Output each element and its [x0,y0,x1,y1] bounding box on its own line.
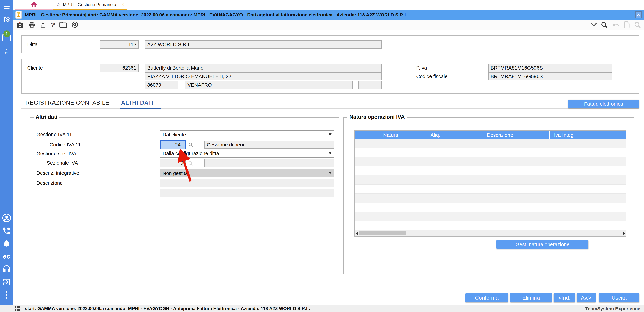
gest-natura-operazione-button[interactable]: Gest. natura operazione [496,240,588,249]
descrizione-field-2[interactable] [160,189,334,197]
column-header-blank [580,131,626,139]
codice-fiscale-field[interactable]: BRTMRA81M16G596S [488,72,612,80]
print-icon[interactable] [28,21,35,28]
undo-icon [612,21,620,29]
column-header-aliq[interactable]: Aliq. [420,131,450,139]
altri-dati-legend: Altri dati [34,114,59,120]
codice-fiscale-label: Codice fiscale [416,72,448,80]
documents-folder-icon[interactable]: 1 [0,32,13,44]
dropdown-arrow-icon [328,152,332,154]
tab-favorite-icon[interactable]: ☆ [56,2,60,8]
notification-badge: 1 [3,30,10,37]
sezionale-input[interactable]: 0 [160,159,186,167]
cliente-cap-field[interactable]: 86079 [145,81,178,89]
main-content: Ditta 113 A2Z WORLD S.R.L. Cliente 62361… [13,30,644,305]
tab-close-icon[interactable]: ✕ [121,2,125,7]
table-row[interactable] [355,176,626,185]
cliente-label: Cliente [27,64,43,72]
zoom-search-icon [634,21,641,29]
phone-contact-icon[interactable] [0,226,13,236]
dropdown-arrow-icon [328,133,332,135]
chevron-down-icon[interactable] [591,23,597,27]
dropdown-arrow-icon [328,172,332,174]
teamsystem-logo-icon: ts [0,13,13,25]
more-options-icon[interactable] [0,290,13,300]
sezionale-label: Sezionale IVA [47,159,78,167]
table-row[interactable] [355,139,626,148]
column-header-natura[interactable]: Natura [361,131,420,139]
table-row[interactable] [355,157,626,167]
main-toolbar: ? [13,20,644,30]
brand-text: TeamSystem Experience [585,306,640,311]
piva-field[interactable]: BRTMRA81M16G596S [488,64,612,72]
home-icon [30,1,38,8]
notifications-bell-icon[interactable] [0,238,13,249]
natura-operazioni-legend: Natura operazioni IVA [347,114,407,120]
table-row[interactable] [355,212,626,221]
gestione-sez-select[interactable]: Dalla configurazione ditta [160,149,334,158]
window-icon [16,11,22,19]
user-profile-icon[interactable] [0,213,13,223]
close-window-button[interactable]: ✕ [635,12,642,19]
gestione-iva-select[interactable]: Dal cliente [160,130,334,139]
tab-registrazione-contabile[interactable]: REGISTRAZIONE CONTABILE [26,99,109,106]
codice-iva-value: 24 [175,142,180,147]
help-icon[interactable]: ? [51,21,55,29]
cliente-city-field[interactable]: VENAFRO [185,81,353,89]
tabs-divider [22,108,640,109]
app-grid-icon[interactable] [15,306,20,311]
descriz-integrative-value: Non gestita [162,171,188,176]
support-headset-icon[interactable] [0,264,13,274]
scrollbar-thumb[interactable] [359,231,406,235]
favorites-star-icon[interactable]: ☆ [0,47,13,56]
cliente-name-field[interactable]: Butterfly di Bertolla Mario [145,64,382,72]
codice-iva-description-field: Cessione di beni [204,140,334,149]
lookup-magnifier-icon[interactable] [188,161,194,166]
table-row[interactable] [355,221,626,230]
descriz-integrative-select[interactable]: Non gestita [160,169,334,178]
table-row[interactable] [355,185,626,194]
cliente-provincia-field[interactable] [358,81,382,89]
window-titlebar: MPRI - Gestione Primanota|start: GAMMA v… [13,10,644,20]
search-in-page-icon[interactable] [72,21,79,29]
scroll-right-icon[interactable] [623,232,625,235]
ditta-name-field[interactable]: A2Z WORLD S.R.L. [145,40,382,49]
text-cursor [181,142,182,148]
tab-altri-dati[interactable]: ALTRI DATI [121,99,154,106]
fattur-elettronica-button[interactable]: Fattur. elettronica [568,100,639,108]
avanti-button[interactable]: Av.> [577,293,596,302]
descrizione-field-1[interactable] [160,179,334,187]
search-icon[interactable] [601,21,608,29]
descriz-integrative-label: Descriz. integrative [36,169,79,177]
cliente-address-field[interactable]: PIAZZA VITTORIO EMANUELE II, 22 [145,72,382,80]
ditta-code-field[interactable]: 113 [100,40,139,49]
home-tab[interactable] [15,0,53,10]
gestione-iva-value: Dal cliente [162,132,186,137]
tab-mpri-gestione-primanota[interactable]: ☆ MPRI - Gestione Primanota ✕ [53,0,128,10]
upload-export-icon[interactable] [40,21,46,28]
descrizione-label: Descrizione [36,179,63,187]
uscita-button[interactable]: Uscita [599,293,639,302]
conferma-button[interactable]: Conferma [466,293,508,302]
cliente-code-field[interactable]: 62361 [100,64,139,72]
column-header-selector [355,131,361,139]
table-row[interactable] [355,203,626,212]
table-row[interactable] [355,167,626,176]
menu-icon[interactable] [0,3,13,10]
gestione-iva-label: Gestione IVA 11 [36,130,72,138]
lookup-magnifier-icon[interactable] [188,142,194,148]
table-row[interactable] [355,148,626,157]
ec-logo-icon[interactable]: ec [0,251,13,261]
codice-iva-input[interactable]: 24 [160,140,186,149]
elimina-button[interactable]: Elimina [510,293,552,302]
natura-table-header: Natura Aliq. Descrizione Iva Integ. [355,131,626,139]
column-header-iva-integ[interactable]: Iva Integ. [550,131,580,139]
screenshot-camera-icon[interactable] [16,22,24,28]
column-header-descrizione[interactable]: Descrizione [450,131,550,139]
indietro-button[interactable]: <Ind. [554,293,575,302]
horizontal-scrollbar[interactable] [355,230,626,236]
folder-open-icon[interactable] [59,22,67,28]
logout-exit-icon[interactable] [0,277,13,287]
table-row[interactable] [355,194,626,203]
scroll-left-icon[interactable] [356,232,358,235]
